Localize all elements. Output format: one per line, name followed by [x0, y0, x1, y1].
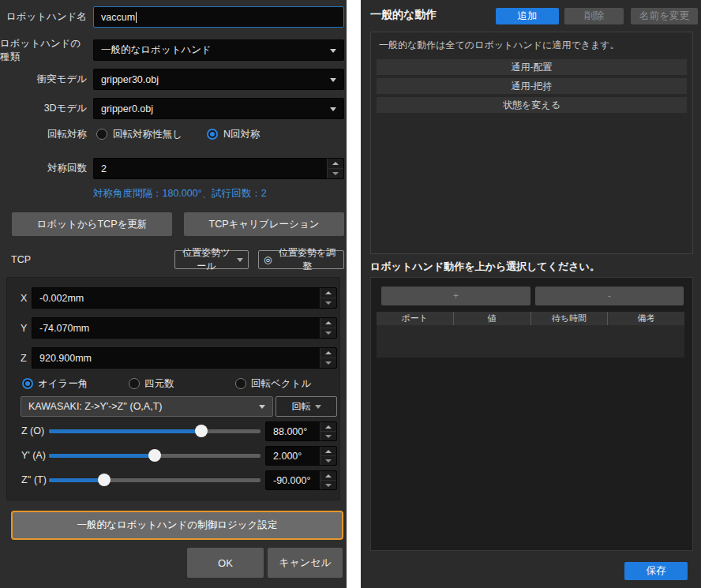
chevron-down-icon	[259, 405, 265, 409]
rotation-vector-label: 回転ベクトル	[251, 377, 311, 390]
action-item-place[interactable]: 通用-配置	[377, 59, 687, 75]
ok-button[interactable]: OK	[187, 548, 264, 578]
save-button[interactable]: 保存	[624, 562, 688, 580]
robot-hand-config-dialog: ロボットハンド名 vaccum ロボットハンドの種類 一般的なロボットハンド 衝…	[0, 0, 347, 588]
spin-up-button[interactable]	[321, 447, 336, 456]
symmetry-label: 回転対称	[0, 127, 87, 141]
spin-up-button[interactable]	[321, 471, 336, 481]
euler-angle-radio[interactable]	[22, 378, 33, 389]
action-item-grasp[interactable]: 通用-把持	[377, 78, 687, 94]
spin-up-button[interactable]	[321, 348, 336, 358]
arrow-down-icon	[325, 459, 332, 463]
robot-hand-name-label: ロボットハンド名	[0, 6, 87, 28]
tcp-calibration-button[interactable]: TCPキャリブレーション	[184, 212, 344, 236]
collision-model-value: gripper30.obj	[101, 74, 159, 85]
robot-hand-type-value: 一般的なロボットハンド	[101, 43, 212, 57]
slider-track[interactable]	[49, 429, 261, 433]
spin-down-button[interactable]	[321, 298, 336, 308]
spin-up-button[interactable]	[321, 288, 336, 298]
arrow-up-icon	[325, 474, 332, 478]
symmetry-none-radio[interactable]	[96, 129, 107, 140]
slider-handle[interactable]	[195, 425, 208, 437]
tcp-z-label: Z	[21, 347, 27, 369]
add-action-button[interactable]: 追加	[496, 8, 559, 24]
rotate-dropdown-button[interactable]: 回転	[276, 396, 337, 417]
arrow-up-icon	[325, 291, 332, 294]
rotation-vector-radio[interactable]	[235, 378, 246, 389]
spin-down-button[interactable]	[321, 456, 336, 465]
arrow-up-icon	[325, 351, 332, 354]
adjust-pose-button[interactable]: ◎ 位置姿勢を調整	[258, 250, 344, 269]
slider-z-t-label: Z'' (T)	[21, 472, 47, 488]
tcp-z-value: 920.900mm	[39, 353, 92, 364]
rename-action-button[interactable]: 名前を変更	[631, 8, 698, 24]
general-actions-title: 一般的な動作	[370, 8, 437, 22]
slider-handle[interactable]	[148, 449, 161, 462]
euler-convention-select[interactable]: KAWASAKI: Z->Y'->Z'' (O,A,T)	[21, 396, 273, 417]
tcp-y-value: -74.070mm	[39, 323, 89, 334]
spin-up-button[interactable]	[321, 422, 336, 432]
ports-table-body	[377, 325, 684, 358]
tcp-section-label: TCP	[11, 250, 31, 269]
spin-up-button[interactable]	[328, 159, 343, 169]
tcp-y-spinbox[interactable]: -74.070mm	[32, 317, 337, 339]
arrow-down-icon	[325, 484, 332, 487]
spin-down-button[interactable]	[321, 358, 336, 368]
rotate-label: 回転	[292, 400, 311, 414]
slider-z-o[interactable]	[49, 423, 261, 439]
model-3d-select[interactable]: gripper0.obj	[93, 98, 344, 119]
ports-table-header: ポート 値 待ち時間 備考	[377, 312, 684, 325]
euler-angle-label: オイラー角	[38, 377, 88, 390]
symmetry-count-value: 2	[101, 163, 107, 174]
slider-z-t-spinbox[interactable]: -90.000°	[265, 470, 337, 490]
tcp-x-value: -0.002mm	[39, 293, 84, 304]
adjust-pose-label: 位置姿勢を調整	[276, 246, 339, 273]
symmetry-count-label: 対称回数	[0, 158, 87, 179]
spin-up-button[interactable]	[321, 318, 336, 328]
slider-fill	[49, 478, 104, 482]
spin-down-button[interactable]	[321, 481, 336, 489]
pose-tool-dropdown-button[interactable]: 位置姿勢ツール	[174, 250, 249, 269]
symmetry-none-label: 回転対称性無し	[113, 127, 182, 141]
slider-y-a[interactable]	[49, 448, 261, 463]
slider-y-a-spinbox[interactable]: 2.000°	[265, 446, 337, 466]
euler-convention-value: KAWASAKI: Z->Y'->Z'' (O,A,T)	[28, 401, 162, 412]
slider-z-o-label: Z (O)	[21, 423, 44, 439]
action-item-change-state[interactable]: 状態を変える	[377, 97, 687, 113]
cancel-button[interactable]: キャンセル	[268, 548, 343, 578]
col-wait-time: 待ち時間	[531, 312, 609, 325]
robot-hand-name-input[interactable]: vaccum	[93, 6, 344, 28]
spin-down-button[interactable]	[321, 328, 336, 338]
arrow-up-icon	[325, 321, 332, 324]
remove-row-button[interactable]: -	[535, 287, 684, 305]
tcp-y-label: Y	[21, 317, 27, 339]
spinner	[320, 348, 336, 368]
control-logic-settings-button[interactable]: 一般的なロボットハンドの制御ロジック設定	[11, 511, 343, 540]
tcp-z-spinbox[interactable]: 920.900mm	[32, 347, 337, 369]
actions-note: 一般的な動作は全てのロボットハンドに適用できます。	[379, 39, 684, 52]
update-tcp-from-robot-button[interactable]: ロボットからTCPを更新	[12, 212, 172, 236]
quaternion-label: 四元数	[144, 377, 174, 390]
add-row-button[interactable]: +	[381, 287, 530, 305]
symmetry-count-spinbox[interactable]: 2	[93, 158, 344, 179]
arrow-up-icon	[325, 450, 332, 453]
robot-hand-type-select[interactable]: 一般的なロボットハンド	[93, 39, 344, 61]
collision-model-select[interactable]: gripper30.obj	[93, 69, 344, 90]
symmetry-info-text: 対称角度間隔：180.000°、試行回数：2	[93, 187, 267, 200]
spin-down-button[interactable]	[328, 169, 343, 178]
symmetry-n-radio[interactable]	[207, 129, 218, 140]
text-caret	[136, 12, 137, 23]
spin-down-button[interactable]	[321, 432, 336, 440]
arrow-up-icon	[325, 425, 332, 429]
delete-action-button[interactable]: 削除	[564, 8, 624, 24]
spinner	[320, 471, 336, 489]
quaternion-radio[interactable]	[129, 378, 140, 389]
actions-list: 一般的な動作は全てのロボットハンドに適用できます。 通用-配置 通用-把持 状態…	[370, 32, 693, 254]
slider-z-o-spinbox[interactable]: 88.000°	[265, 421, 337, 441]
tcp-x-spinbox[interactable]: -0.002mm	[32, 287, 337, 309]
chevron-down-icon	[330, 78, 336, 82]
slider-z-t[interactable]	[49, 472, 261, 488]
slider-track[interactable]	[49, 478, 261, 482]
slider-z-o-value: 88.000°	[273, 426, 307, 437]
slider-handle[interactable]	[98, 474, 111, 486]
